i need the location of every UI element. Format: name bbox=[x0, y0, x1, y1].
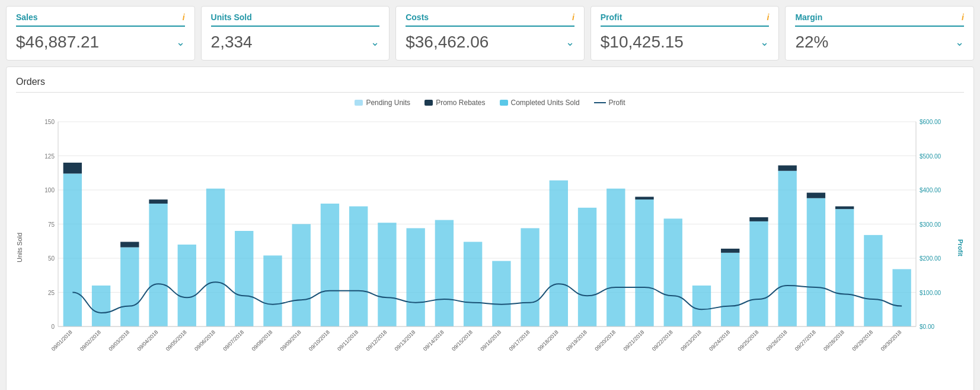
svg-text:09/15/2018: 09/15/2018 bbox=[451, 329, 474, 352]
kpi-row: Sales i $46,887.21 ⌄ Units Sold 2,334 ⌄ … bbox=[6, 6, 974, 61]
svg-rect-56 bbox=[835, 209, 854, 326]
svg-text:50: 50 bbox=[48, 255, 55, 262]
svg-text:$100.00: $100.00 bbox=[920, 290, 941, 296]
chart-svg-wrapper: Units Sold 0255075100125150$0.00$100.00$… bbox=[16, 113, 964, 382]
svg-text:$300.00: $300.00 bbox=[920, 221, 941, 228]
kpi-card-sales[interactable]: Sales i $46,887.21 ⌄ bbox=[6, 6, 195, 61]
svg-rect-25 bbox=[120, 242, 139, 247]
svg-text:09/27/2018: 09/27/2018 bbox=[794, 329, 817, 352]
svg-rect-22 bbox=[63, 163, 82, 173]
legend-item-pending_units: Pending Units bbox=[355, 99, 410, 107]
kpi-value-profit: $10,425.15 bbox=[601, 33, 684, 52]
kpi-card-costs[interactable]: Costs i $36,462.06 ⌄ bbox=[395, 6, 585, 61]
svg-text:$0.00: $0.00 bbox=[920, 324, 934, 330]
svg-rect-23 bbox=[92, 286, 110, 326]
svg-text:09/28/2018: 09/28/2018 bbox=[822, 329, 845, 352]
chevron-icon-costs[interactable]: ⌄ bbox=[566, 36, 574, 49]
svg-rect-43 bbox=[606, 189, 625, 326]
svg-rect-41 bbox=[550, 180, 568, 326]
kpi-value-row-costs: $36,462.06 ⌄ bbox=[406, 33, 574, 52]
kpi-card-units_sold[interactable]: Units Sold 2,334 ⌄ bbox=[201, 6, 390, 61]
legend-item-profit_line: Profit bbox=[594, 99, 625, 107]
y-axis-left-label: Units Sold bbox=[16, 113, 23, 382]
svg-rect-37 bbox=[435, 220, 454, 326]
svg-text:125: 125 bbox=[44, 153, 55, 160]
svg-text:09/19/2018: 09/19/2018 bbox=[565, 329, 588, 352]
svg-rect-42 bbox=[578, 208, 596, 326]
svg-rect-39 bbox=[492, 261, 510, 326]
kpi-value-row-units_sold: 2,334 ⌄ bbox=[211, 33, 380, 52]
svg-text:09/22/2018: 09/22/2018 bbox=[651, 329, 674, 352]
svg-text:09/26/2018: 09/26/2018 bbox=[765, 329, 789, 352]
svg-rect-57 bbox=[835, 207, 854, 210]
svg-rect-49 bbox=[721, 249, 739, 253]
svg-text:09/17/2018: 09/17/2018 bbox=[508, 329, 531, 352]
svg-rect-30 bbox=[235, 231, 253, 326]
svg-text:09/11/2018: 09/11/2018 bbox=[336, 329, 359, 352]
chevron-icon-units_sold[interactable]: ⌄ bbox=[371, 36, 379, 49]
svg-rect-34 bbox=[349, 207, 368, 326]
svg-rect-26 bbox=[149, 204, 167, 326]
svg-text:75: 75 bbox=[48, 221, 55, 228]
chart-title: Orders bbox=[16, 77, 964, 93]
svg-text:25: 25 bbox=[48, 290, 55, 296]
svg-rect-45 bbox=[635, 197, 653, 200]
svg-text:09/21/2018: 09/21/2018 bbox=[623, 329, 646, 352]
chevron-icon-profit[interactable]: ⌄ bbox=[760, 36, 769, 49]
svg-text:0: 0 bbox=[51, 324, 55, 330]
legend-swatch-promo_rebates bbox=[424, 100, 433, 106]
legend-line-profit_line bbox=[594, 102, 606, 103]
info-icon-sales[interactable]: i bbox=[183, 12, 185, 22]
kpi-value-margin: 22% bbox=[795, 33, 828, 52]
kpi-card-margin[interactable]: Margin i 22% ⌄ bbox=[785, 6, 974, 61]
svg-text:09/12/2018: 09/12/2018 bbox=[365, 329, 388, 352]
legend-swatch-pending_units bbox=[355, 100, 363, 106]
svg-text:09/10/2018: 09/10/2018 bbox=[308, 329, 331, 352]
svg-rect-44 bbox=[635, 199, 653, 326]
info-icon-profit[interactable]: i bbox=[767, 12, 769, 22]
svg-text:09/25/2018: 09/25/2018 bbox=[736, 329, 759, 352]
kpi-card-profit[interactable]: Profit i $10,425.15 ⌄ bbox=[590, 6, 780, 61]
info-icon-costs[interactable]: i bbox=[572, 12, 574, 22]
svg-rect-59 bbox=[892, 269, 911, 326]
svg-rect-21 bbox=[63, 173, 82, 326]
svg-rect-48 bbox=[721, 253, 739, 326]
legend-swatch-completed_units bbox=[500, 100, 508, 106]
kpi-value-row-sales: $46,887.21 ⌄ bbox=[16, 33, 185, 52]
svg-text:09/08/2018: 09/08/2018 bbox=[250, 329, 273, 352]
svg-rect-38 bbox=[464, 242, 482, 326]
svg-text:$200.00: $200.00 bbox=[920, 255, 941, 262]
info-icon-margin[interactable]: i bbox=[962, 12, 964, 22]
svg-rect-33 bbox=[321, 204, 339, 326]
svg-text:09/02/2018: 09/02/2018 bbox=[79, 329, 102, 352]
svg-rect-29 bbox=[206, 189, 225, 326]
svg-text:$600.00: $600.00 bbox=[920, 119, 941, 125]
chart-container: Orders Pending UnitsPromo RebatesComplet… bbox=[6, 66, 974, 390]
y-axis-right-label: Profit bbox=[957, 113, 964, 382]
legend-label-profit_line: Profit bbox=[609, 99, 625, 107]
svg-text:150: 150 bbox=[44, 119, 55, 125]
svg-rect-47 bbox=[692, 286, 711, 326]
svg-text:09/05/2018: 09/05/2018 bbox=[165, 329, 188, 352]
legend-label-promo_rebates: Promo Rebates bbox=[436, 99, 485, 107]
kpi-value-units_sold: 2,334 bbox=[211, 33, 253, 52]
svg-text:09/14/2018: 09/14/2018 bbox=[422, 329, 445, 352]
svg-text:09/30/2018: 09/30/2018 bbox=[880, 329, 903, 352]
svg-rect-36 bbox=[406, 228, 424, 326]
kpi-header-units_sold: Units Sold bbox=[211, 12, 380, 27]
kpi-value-row-margin: 22% ⌄ bbox=[795, 33, 964, 52]
kpi-value-sales: $46,887.21 bbox=[16, 33, 99, 52]
svg-text:09/18/2018: 09/18/2018 bbox=[537, 329, 560, 352]
kpi-label-sales: Sales bbox=[16, 12, 38, 22]
legend-label-completed_units: Completed Units Sold bbox=[511, 99, 580, 107]
kpi-label-margin: Margin bbox=[795, 12, 822, 22]
kpi-header-sales: Sales i bbox=[16, 12, 185, 27]
svg-rect-40 bbox=[521, 228, 539, 326]
chevron-icon-sales[interactable]: ⌄ bbox=[176, 36, 185, 49]
chevron-icon-margin[interactable]: ⌄ bbox=[955, 36, 964, 49]
kpi-value-row-profit: $10,425.15 ⌄ bbox=[601, 33, 770, 52]
svg-text:09/01/2018: 09/01/2018 bbox=[50, 329, 74, 352]
svg-text:09/04/2018: 09/04/2018 bbox=[136, 329, 159, 352]
kpi-label-profit: Profit bbox=[601, 12, 623, 22]
svg-rect-35 bbox=[378, 223, 396, 326]
